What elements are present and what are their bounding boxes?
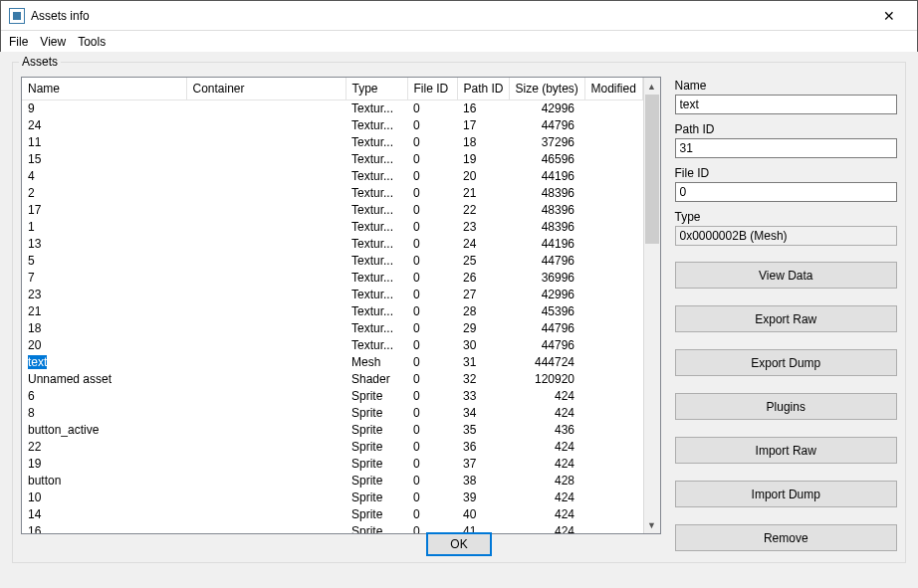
import-dump-button[interactable]: Import Dump	[675, 481, 898, 507]
groupbox-legend: Assets	[19, 55, 61, 69]
table-row[interactable]: 17Textur...02248396	[22, 202, 642, 219]
path-id-cell: 18	[457, 134, 509, 151]
type-cell: Sprite	[345, 506, 407, 523]
table-row[interactable]: 6Sprite033424	[22, 388, 642, 405]
table-row[interactable]: 20Textur...03044796	[22, 337, 642, 354]
type-cell: Mesh	[345, 354, 407, 371]
menu-tools[interactable]: Tools	[78, 35, 106, 49]
type-cell: Textur...	[345, 117, 407, 134]
modified-cell	[584, 388, 642, 405]
table-row[interactable]: 5Textur...02544796	[22, 253, 642, 270]
name-cell: Unnamed asset	[22, 371, 186, 388]
path-id-cell: 22	[457, 202, 509, 219]
table-row[interactable]: button_activeSprite035436	[22, 422, 642, 439]
header-path-id[interactable]: Path ID	[457, 78, 509, 100]
import-raw-button[interactable]: Import Raw	[675, 437, 898, 464]
table-row[interactable]: textMesh031444724	[22, 354, 642, 371]
container-cell	[186, 388, 345, 405]
header-type[interactable]: Type	[345, 78, 407, 100]
type-cell: Textur...	[345, 219, 407, 236]
table-row[interactable]: 19Sprite037424	[22, 456, 642, 473]
modified-cell	[584, 456, 642, 473]
file-id-cell: 0	[407, 439, 457, 456]
header-name[interactable]: Name	[22, 78, 186, 100]
file-id-cell: 0	[407, 303, 457, 320]
file-id-cell: 0	[407, 337, 457, 354]
menu-file[interactable]: File	[9, 35, 28, 49]
table-row[interactable]: buttonSprite038428	[22, 473, 642, 490]
table-row[interactable]: 10Sprite039424	[22, 490, 642, 506]
modified-cell	[584, 287, 642, 303]
export-raw-button[interactable]: Export Raw	[675, 305, 898, 332]
table-row[interactable]: 8Sprite034424	[22, 405, 642, 422]
size-cell: 424	[509, 405, 584, 422]
file-id-cell: 0	[407, 354, 457, 371]
plugins-button[interactable]: Plugins	[675, 393, 898, 420]
table-row[interactable]: 13Textur...02444196	[22, 236, 642, 253]
modified-cell	[584, 219, 642, 236]
table-row[interactable]: 18Textur...02944796	[22, 320, 642, 337]
modified-cell	[584, 253, 642, 270]
table-row[interactable]: 15Textur...01946596	[22, 151, 642, 168]
header-modified[interactable]: Modified	[584, 78, 642, 100]
file-id-cell: 0	[407, 134, 457, 151]
table-row[interactable]: Unnamed assetShader032120920	[22, 371, 642, 388]
type-cell: Sprite	[345, 473, 407, 490]
header-size[interactable]: Size (bytes)	[509, 78, 584, 100]
type-cell: Shader	[345, 371, 407, 388]
file-id-cell: 0	[407, 388, 457, 405]
table-row[interactable]: 2Textur...02148396	[22, 185, 642, 202]
name-field[interactable]	[675, 95, 898, 114]
table-row[interactable]: 1Textur...02348396	[22, 219, 642, 236]
scroll-up-icon[interactable]: ▲	[644, 78, 660, 95]
header-file-id[interactable]: File ID	[407, 78, 457, 100]
export-dump-button[interactable]: Export Dump	[675, 349, 898, 376]
name-cell: 15	[22, 151, 186, 168]
path-id-cell: 37	[457, 456, 509, 473]
menubar: File View Tools	[1, 31, 917, 53]
table-row[interactable]: 24Textur...01744796	[22, 117, 642, 134]
scroll-track[interactable]	[644, 95, 660, 516]
size-cell: 44796	[509, 337, 584, 354]
header-container[interactable]: Container	[186, 78, 345, 100]
view-data-button[interactable]: View Data	[675, 262, 898, 289]
close-button[interactable]: ✕	[869, 3, 909, 29]
size-cell: 44796	[509, 253, 584, 270]
size-cell: 48396	[509, 219, 584, 236]
scroll-thumb[interactable]	[645, 95, 659, 244]
container-cell	[186, 100, 345, 118]
path-id-cell: 35	[457, 422, 509, 439]
size-cell: 48396	[509, 185, 584, 202]
table-row[interactable]: 7Textur...02636996	[22, 270, 642, 287]
table-row[interactable]: 4Textur...02044196	[22, 168, 642, 185]
size-cell: 42996	[509, 287, 584, 303]
client-area: Assets Name Con	[0, 52, 918, 588]
file-id-cell: 0	[407, 168, 457, 185]
container-cell	[186, 134, 345, 151]
size-cell: 36996	[509, 270, 584, 287]
file-id-cell: 0	[407, 490, 457, 506]
menu-view[interactable]: View	[40, 35, 66, 49]
size-cell: 46596	[509, 151, 584, 168]
scroll-down-icon[interactable]: ▼	[644, 516, 660, 533]
path-id-cell: 32	[457, 371, 509, 388]
name-cell: 17	[22, 202, 186, 219]
type-cell: Sprite	[345, 422, 407, 439]
table-row[interactable]: 23Textur...02742996	[22, 287, 642, 303]
table-row[interactable]: 22Sprite036424	[22, 439, 642, 456]
ok-button[interactable]: OK	[426, 532, 492, 556]
file-id-field[interactable]	[675, 182, 898, 202]
name-cell: text	[22, 354, 186, 371]
type-cell: Sprite	[345, 388, 407, 405]
table-row[interactable]: 11Textur...01837296	[22, 134, 642, 151]
table-row[interactable]: 9Textur...01642996	[22, 100, 642, 118]
path-id-field[interactable]	[675, 138, 898, 158]
type-cell: Textur...	[345, 253, 407, 270]
path-id-cell: 27	[457, 287, 509, 303]
container-cell	[186, 303, 345, 320]
table-row[interactable]: 14Sprite040424	[22, 506, 642, 523]
vertical-scrollbar[interactable]: ▲ ▼	[643, 78, 660, 533]
table-row[interactable]: 21Textur...02845396	[22, 303, 642, 320]
size-cell: 44196	[509, 236, 584, 253]
modified-cell	[584, 320, 642, 337]
